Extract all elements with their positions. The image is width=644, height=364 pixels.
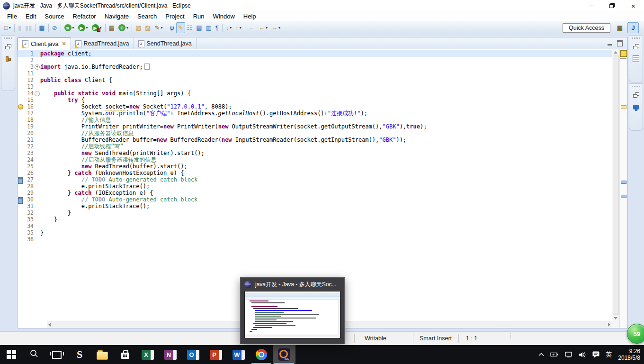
drag-handle[interactable]	[629, 86, 643, 87]
vertical-scrollbar[interactable]	[612, 49, 619, 328]
scroll-up-arrow-icon[interactable]	[614, 51, 617, 54]
back-history-disabled-button[interactable]: ←	[247, 22, 257, 33]
task-overview-marker[interactable]	[621, 181, 626, 184]
menu-edit[interactable]: Edit	[21, 11, 40, 21]
speed-ball-badge[interactable]: 59	[627, 324, 644, 344]
taskbar-task-view-button[interactable]	[45, 345, 68, 364]
java-perspective-button[interactable]: J	[627, 22, 639, 33]
outline-view-button[interactable]	[631, 54, 641, 64]
open-declaration-button[interactable]: ▤	[194, 22, 204, 33]
taskbar-microsoft-store[interactable]	[114, 345, 136, 364]
debug-dropdown-icon[interactable]: ▾	[72, 26, 74, 30]
run-external-tools-dropdown-icon[interactable]: ▾	[161, 26, 162, 30]
task-overview-marker[interactable]	[621, 195, 626, 198]
menu-file[interactable]: File	[3, 11, 21, 21]
run-button[interactable]: ▶▾	[76, 22, 90, 33]
quick-access-box[interactable]: Quick Access	[563, 23, 610, 33]
previous-edit-location-button[interactable]: ↑▾	[233, 22, 243, 33]
scroll-down-arrow-icon[interactable]	[614, 317, 617, 319]
back-history-button[interactable]: ←▾	[257, 22, 269, 33]
expand-icon[interactable]: +	[35, 64, 40, 70]
open-console-button[interactable]: ▦	[37, 22, 46, 33]
show-whitespace-button[interactable]: ¶	[214, 22, 221, 33]
last-edit-location-dropdown-icon[interactable]: ▾	[230, 26, 232, 30]
skip-all-breakpoints-button[interactable]: ⊘	[50, 22, 59, 33]
show-outline-button[interactable]: ▥	[204, 22, 214, 33]
taskbar-s-logo-app[interactable]: S	[68, 345, 91, 364]
taskbar-onenote[interactable]: N	[159, 345, 182, 364]
restore-view-button[interactable]	[631, 42, 641, 51]
restore-view-button[interactable]	[631, 90, 641, 100]
save-all-button[interactable]: ▮▮	[23, 22, 34, 33]
ime-indicator[interactable]: 英	[606, 350, 612, 359]
taskbar-outlook[interactable]: O	[182, 345, 205, 364]
drag-handle[interactable]	[1, 37, 15, 39]
new-wizard-dropdown-icon[interactable]: ▾	[9, 26, 11, 30]
synchronize-button[interactable]: ☷	[185, 22, 195, 33]
menu-refactor[interactable]: Refactor	[69, 11, 100, 21]
annotations-overview-icon[interactable]	[620, 50, 627, 57]
taskbar-search-button[interactable]	[23, 345, 45, 364]
package-explorer-button[interactable]	[3, 54, 13, 64]
tab-close-icon[interactable]: ✕	[62, 41, 66, 47]
save-button[interactable]: ▮	[16, 22, 23, 33]
menu-run[interactable]: Run	[189, 11, 209, 21]
restore-view-button[interactable]	[3, 42, 13, 51]
close-button[interactable]: ×	[623, 0, 644, 11]
collapse-icon[interactable]: −	[35, 91, 40, 96]
new-java-class-dropdown-icon[interactable]: ▾	[126, 26, 128, 30]
taskbar-start-button[interactable]	[0, 345, 23, 364]
run-dropdown-icon[interactable]: ▾	[86, 26, 88, 30]
taskbar-file-explorer[interactable]	[91, 345, 114, 364]
previous-edit-location-dropdown-icon[interactable]: ▾	[240, 26, 242, 30]
mark-occurrences-button[interactable]: ✎	[176, 22, 185, 33]
drag-handle[interactable]	[629, 37, 643, 39]
battery-icon[interactable]	[550, 352, 559, 357]
warning-overview-marker[interactable]	[621, 105, 626, 109]
scroll-left-arrow-icon[interactable]	[48, 323, 51, 327]
forward-history-button[interactable]: →▾	[269, 22, 282, 33]
update-plugin-button[interactable]: ψ	[168, 22, 176, 33]
run-external-tools-button[interactable]: ✎▾	[153, 22, 165, 33]
tab-sendthread-java[interactable]: JSendThread.java	[134, 38, 197, 49]
new-java-project-button[interactable]: ▦	[107, 22, 116, 33]
menu-window[interactable]: Window	[209, 11, 239, 21]
preview-screenshot[interactable]	[244, 291, 340, 338]
taskbar-word[interactable]: W	[227, 345, 250, 364]
tab-client-java[interactable]: JClient.java✕	[18, 37, 71, 50]
open-type-button[interactable]: ▨	[134, 22, 143, 33]
minimize-editor-icon[interactable]	[608, 44, 612, 46]
volume-icon[interactable]	[579, 352, 586, 358]
tray-expand-icon[interactable]	[538, 353, 544, 356]
menu-project[interactable]: Project	[161, 11, 188, 21]
taskbar-eclipse[interactable]	[273, 345, 295, 364]
maximize-editor-icon[interactable]	[617, 40, 623, 46]
notifications-icon[interactable]	[592, 351, 599, 358]
minimize-button[interactable]	[580, 0, 601, 11]
run-coverage-button[interactable]: ▶▾	[90, 22, 104, 33]
open-perspective-button[interactable]: ▦	[614, 22, 626, 33]
taskbar-excel[interactable]: X	[136, 345, 159, 364]
new-wizard-button[interactable]: □▾	[2, 22, 13, 33]
scroll-right-arrow-icon[interactable]	[608, 323, 610, 327]
last-edit-location-button[interactable]: ↓▾	[224, 22, 234, 33]
taskbar-powerpoint[interactable]: P	[205, 345, 227, 364]
menu-source[interactable]: Source	[40, 11, 68, 21]
forward-history-dropdown-icon[interactable]: ▾	[278, 26, 280, 30]
menu-search[interactable]: Search	[133, 11, 161, 21]
restore-button[interactable]	[601, 0, 623, 11]
menu-help[interactable]: Help	[239, 11, 260, 21]
debug-button[interactable]: ж▾	[63, 22, 76, 33]
tab-readthread-java[interactable]: JReadThread.java	[71, 38, 134, 49]
new-java-class-button[interactable]: C▾	[116, 22, 130, 33]
menu-navigate[interactable]: Navigate	[100, 11, 133, 21]
taskbar-clock[interactable]: 9:26 2018/5/8	[618, 348, 640, 361]
taskbar-thumbnail-preview[interactable]: java开发 - Java - 多人聊天Soc...	[240, 277, 345, 344]
back-history-dropdown-icon[interactable]: ▾	[266, 26, 268, 30]
taskbar-chrome[interactable]	[250, 345, 273, 364]
open-resource-button[interactable]: ▨	[143, 22, 152, 33]
console-view-button[interactable]	[631, 102, 641, 112]
scrollbar-thumb[interactable]	[613, 55, 619, 315]
overview-ruler[interactable]	[619, 49, 627, 328]
network-icon[interactable]	[565, 352, 572, 357]
